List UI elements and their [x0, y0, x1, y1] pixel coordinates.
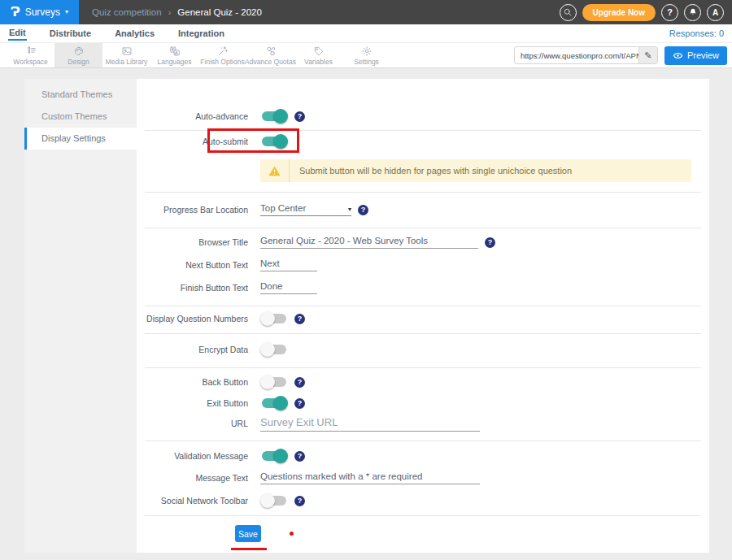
- design-settings-card: Standard Themes Custom Themes Display Se…: [24, 79, 709, 553]
- toolbar-tab-advance-quotas[interactable]: Advance Quotas: [246, 43, 294, 67]
- translate-icon: [169, 46, 181, 57]
- auto-submit-toggle[interactable]: [260, 134, 288, 149]
- next-button-text-input[interactable]: Next: [260, 258, 317, 271]
- browser-title-label: Browser Title: [137, 237, 248, 247]
- survey-url-value[interactable]: https://www.questionpro.com/t/APNrFZ: [515, 51, 638, 60]
- display-question-numbers-toggle[interactable]: [260, 311, 288, 326]
- browser-title-input[interactable]: General Quiz - 2020 - Web Survey Tools: [260, 236, 478, 249]
- exit-url-input[interactable]: Survey Exit URL: [260, 416, 480, 432]
- edit-url-button[interactable]: ✎: [638, 47, 657, 63]
- chevron-down-icon: ▾: [348, 206, 351, 213]
- social-network-toolbar-label: Social Network Toolbar: [137, 496, 248, 506]
- social-network-toolbar-row: Social Network Toolbar ?: [137, 492, 305, 510]
- validation-message-toggle[interactable]: [260, 449, 288, 463]
- help-icon[interactable]: ?: [294, 398, 305, 409]
- breadcrumb-folder[interactable]: Quiz competition: [92, 7, 162, 17]
- toggle-knob: [273, 109, 288, 124]
- search-icon: [563, 7, 573, 17]
- next-button-text-label: Next Button Text: [137, 260, 248, 270]
- gear-icon: [361, 46, 373, 57]
- responses-count[interactable]: Responses: 0: [669, 28, 724, 38]
- finish-button-text-row: Finish Button Text Done: [137, 279, 317, 297]
- preview-label: Preview: [687, 50, 719, 60]
- help-icon[interactable]: ?: [358, 205, 368, 215]
- sidebar-item-custom-themes[interactable]: Custom Themes: [24, 106, 137, 128]
- eye-icon: [673, 50, 683, 61]
- nav-tab-edit[interactable]: Edit: [8, 26, 27, 41]
- help-icon[interactable]: ?: [294, 451, 305, 462]
- message-text-label: Message Text: [137, 473, 248, 483]
- toolbar-tab-media-library[interactable]: Media Library: [102, 43, 150, 67]
- divider: [145, 130, 701, 131]
- sidebar-item-standard-themes[interactable]: Standard Themes: [24, 84, 137, 106]
- help-icon[interactable]: ?: [294, 377, 305, 388]
- toggle-knob: [260, 311, 275, 326]
- select-value: Top Center: [260, 203, 306, 213]
- toolbar-right: https://www.questionpro.com/t/APNrFZ ✎ P…: [514, 43, 732, 67]
- progress-bar-location-row: Progress Bar Location Top Center ▾ ?: [137, 201, 368, 219]
- help-button[interactable]: ?: [661, 4, 678, 21]
- browser-title-row: Browser Title General Quiz - 2020 - Web …: [137, 233, 495, 251]
- auto-advance-toggle[interactable]: [260, 109, 288, 124]
- sidebar-item-display-settings[interactable]: Display Settings: [24, 128, 137, 150]
- survey-url-box[interactable]: https://www.questionpro.com/t/APNrFZ ✎: [514, 46, 658, 64]
- magic-wand-icon: [217, 46, 229, 57]
- preview-button[interactable]: Preview: [664, 46, 727, 65]
- progress-bar-location-select[interactable]: Top Center ▾: [260, 203, 351, 216]
- toolbar-tab-finish-options[interactable]: Finish Options: [198, 43, 246, 67]
- toolbar-tab-languages[interactable]: Languages: [150, 43, 198, 67]
- exit-url-label: URL: [137, 419, 248, 428]
- help-icon[interactable]: ?: [294, 111, 305, 122]
- surveys-menu[interactable]: Ɂ Surveys ▾: [0, 0, 79, 24]
- next-button-text-row: Next Button Text Next: [137, 256, 317, 274]
- social-network-toolbar-toggle[interactable]: [260, 493, 288, 508]
- toggle-knob: [273, 396, 288, 410]
- help-icon[interactable]: ?: [294, 314, 305, 324]
- tag-icon: [313, 46, 325, 57]
- annotation-dot: [290, 532, 294, 536]
- warning-triangle-icon: [268, 164, 281, 178]
- exit-url-row: URL Survey Exit URL: [137, 414, 480, 433]
- edit-toolbar: Workspace Design Media Library Languages…: [0, 42, 732, 68]
- questionpro-logo-icon: Ɂ: [11, 5, 20, 20]
- divider: [145, 515, 701, 516]
- annotation-underline: [231, 548, 267, 550]
- exit-button-row: Exit Button ?: [137, 394, 305, 412]
- divider: [145, 333, 701, 334]
- avatar[interactable]: A: [707, 4, 724, 21]
- breadcrumb: Quiz competition › General Quiz - 2020: [92, 7, 262, 17]
- display-question-numbers-label: Display Question Numbers: [137, 314, 248, 323]
- toggle-knob: [260, 493, 275, 508]
- notifications-button[interactable]: [684, 4, 701, 21]
- help-icon[interactable]: ?: [485, 237, 495, 248]
- toggle-knob: [260, 342, 275, 357]
- finish-button-text-input[interactable]: Done: [260, 281, 317, 294]
- message-text-input[interactable]: Questions marked with a * are required: [260, 471, 480, 484]
- upgrade-now-button[interactable]: Upgrade Now: [582, 4, 656, 21]
- auto-submit-row: Auto-submit: [137, 132, 288, 150]
- page-background: Standard Themes Custom Themes Display Se…: [0, 68, 732, 560]
- palette-icon: [73, 46, 85, 57]
- toolbar-tab-workspace[interactable]: Workspace: [7, 43, 54, 67]
- exit-button-toggle[interactable]: [260, 396, 288, 410]
- product-label: Surveys: [25, 7, 60, 18]
- workspace-icon: [25, 46, 37, 57]
- toolbar-tab-design[interactable]: Design: [54, 43, 102, 67]
- warning-icon-box: [260, 159, 290, 182]
- help-icon[interactable]: ?: [294, 496, 305, 506]
- progress-bar-location-label: Progress Bar Location: [137, 205, 248, 215]
- nav-tab-distribute[interactable]: Distribute: [49, 27, 92, 40]
- validation-message-row: Validation Message ?: [137, 447, 305, 465]
- back-button-toggle[interactable]: [260, 375, 288, 389]
- nav-tab-analytics[interactable]: Analytics: [114, 27, 155, 40]
- toolbar-tab-variables[interactable]: Variables: [294, 43, 342, 67]
- save-button[interactable]: Save: [235, 525, 261, 542]
- encrypt-data-toggle[interactable]: [260, 342, 288, 357]
- search-button[interactable]: [560, 4, 577, 21]
- nav-tab-integration[interactable]: Integration: [177, 27, 225, 40]
- toggle-knob: [273, 449, 288, 463]
- design-sidebar: Standard Themes Custom Themes Display Se…: [24, 79, 137, 553]
- exit-button-label: Exit Button: [137, 398, 248, 408]
- survey-nav: Edit Distribute Analytics Integration Re…: [0, 24, 732, 42]
- toolbar-tab-settings[interactable]: Settings: [342, 43, 390, 67]
